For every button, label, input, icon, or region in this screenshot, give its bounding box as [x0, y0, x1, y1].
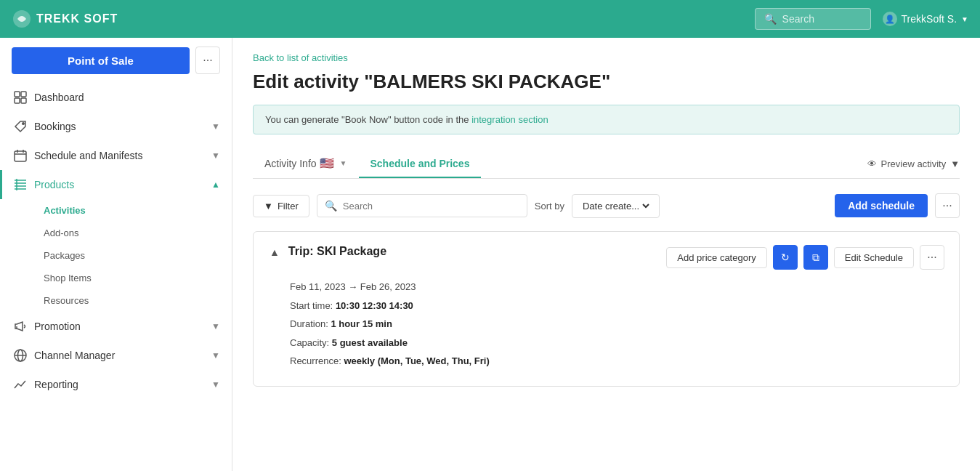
topnav: TREKK SOFT 🔍 👤 TrekkSoft S. ▼: [0, 0, 980, 38]
global-search[interactable]: 🔍: [755, 8, 871, 30]
schedule-prices-label: Schedule and Prices: [370, 158, 470, 169]
logo: TREKK SOFT: [12, 9, 118, 29]
main-layout: Point of Sale ··· Dashboard: [0, 38, 980, 471]
pos-more-button[interactable]: ···: [195, 47, 220, 74]
reporting-chevron-icon: ▼: [211, 379, 220, 390]
search-icon: 🔍: [325, 200, 337, 212]
sidebar-item-packages[interactable]: Packages: [32, 244, 232, 267]
sort-dropdown[interactable]: Date create...: [580, 200, 652, 212]
user-chevron-icon: ▼: [961, 15, 968, 23]
channel-label: Channel Manager: [34, 350, 204, 361]
tabs-bar: Activity Info 🇺🇸 ▼ Schedule and Prices 👁…: [253, 149, 960, 179]
tab-schedule-prices[interactable]: Schedule and Prices: [359, 150, 482, 178]
start-time-value: 10:30 12:30 14:30: [336, 300, 413, 311]
more-options-button[interactable]: ···: [935, 193, 960, 218]
refresh-button[interactable]: ↻: [773, 245, 798, 270]
tag-icon: [14, 120, 27, 133]
start-time-label: Start time:: [290, 300, 333, 311]
page-title: Edit activity "BALMERS SKI PACKAGE": [253, 71, 960, 93]
filter-icon: ▼: [264, 201, 273, 212]
preview-label: Preview activity: [881, 158, 947, 169]
filter-row: ▼ Filter 🔍 Sort by Date create... Add sc…: [253, 193, 960, 218]
main-content: Back to list of activities Edit activity…: [232, 38, 980, 471]
svg-point-5: [23, 123, 24, 124]
sort-label: Sort by: [535, 201, 564, 212]
products-chevron-icon: ▲: [211, 180, 220, 190]
dashboard-label: Dashboard: [34, 92, 220, 103]
megaphone-icon: [14, 320, 27, 333]
promotion-chevron-icon: ▼: [211, 321, 220, 331]
logo-icon: [12, 9, 32, 29]
tab-activity-info[interactable]: Activity Info 🇺🇸 ▼: [253, 149, 359, 179]
filter-label: Filter: [278, 201, 299, 212]
recurrence-value: weekly (Mon, Tue, Wed, Thu, Fri): [344, 355, 489, 366]
date-range-value: Feb 11, 2023 → Feb 26, 2023: [290, 281, 416, 292]
schedule-title: Trip: SKI Package: [288, 245, 660, 258]
search-input[interactable]: [782, 13, 862, 25]
svg-rect-6: [15, 151, 26, 161]
sidebar-item-channel[interactable]: Channel Manager ▼: [0, 341, 232, 370]
chart-icon: [14, 378, 27, 391]
svg-rect-2: [21, 92, 26, 97]
sidebar-item-activities[interactable]: Activities: [32, 199, 232, 222]
sidebar-item-addons[interactable]: Add-ons: [32, 222, 232, 244]
svg-rect-3: [15, 98, 20, 103]
grid-icon: [14, 91, 27, 104]
recurrence-row: Recurrence: weekly (Mon, Tue, Wed, Thu, …: [290, 354, 944, 369]
schedule-search-input[interactable]: [343, 201, 519, 212]
sort-select[interactable]: Date create...: [572, 194, 660, 218]
products-submenu: Activities Add-ons Packages Shop Items R…: [0, 199, 232, 312]
point-of-sale-button[interactable]: Point of Sale: [12, 47, 190, 74]
products-label: Products: [34, 179, 204, 190]
bookings-label: Bookings: [34, 121, 204, 132]
capacity-value: 5 guest available: [332, 337, 408, 348]
info-banner: You can generate "Book Now" button code …: [253, 105, 960, 134]
duplicate-button[interactable]: ⧉: [803, 245, 828, 270]
ellipsis-icon: ···: [203, 54, 212, 67]
flag-icon: 🇺🇸: [320, 156, 334, 170]
globe-icon: [14, 349, 27, 362]
schedule-more-icon: ···: [927, 251, 936, 264]
sidebar-item-shop-items[interactable]: Shop Items: [32, 267, 232, 289]
logo-text: TREKK SOFT: [36, 12, 118, 25]
eye-icon: 👁: [867, 158, 877, 169]
pos-area: Point of Sale ···: [12, 47, 220, 74]
breadcrumb[interactable]: Back to list of activities: [253, 52, 960, 63]
tabs-left: Activity Info 🇺🇸 ▼ Schedule and Prices: [253, 149, 481, 178]
sidebar-item-schedule[interactable]: Schedule and Manifests ▼: [0, 141, 232, 170]
svg-rect-1: [15, 92, 20, 97]
sidebar-item-dashboard[interactable]: Dashboard: [0, 83, 232, 112]
schedule-collapse-button[interactable]: ▲: [268, 245, 281, 259]
sidebar-item-resources[interactable]: Resources: [32, 289, 232, 312]
copy-icon: ⧉: [812, 251, 819, 264]
activity-info-chevron-icon: ▼: [340, 159, 347, 167]
filter-button[interactable]: ▼ Filter: [253, 195, 309, 217]
activity-info-label: Activity Info: [264, 158, 317, 169]
schedule-label: Schedule and Manifests: [34, 150, 204, 161]
user-menu[interactable]: 👤 TrekkSoft S. ▼: [883, 12, 968, 26]
schedule-more-options-button[interactable]: ···: [920, 245, 944, 270]
add-price-category-button[interactable]: Add price category: [666, 247, 766, 268]
sidebar-item-promotion[interactable]: Promotion ▼: [0, 312, 232, 341]
calendar-icon: [14, 149, 27, 162]
topnav-right: 🔍 👤 TrekkSoft S. ▼: [755, 8, 968, 30]
sidebar-item-products[interactable]: Products ▲: [0, 170, 232, 199]
recurrence-label: Recurrence:: [290, 355, 341, 366]
capacity-row: Capacity: 5 guest available: [290, 336, 944, 350]
duration-label: Duration:: [290, 318, 328, 329]
sidebar-item-bookings[interactable]: Bookings ▼: [0, 112, 232, 141]
search-icon: 🔍: [764, 13, 777, 25]
reporting-label: Reporting: [34, 379, 204, 390]
add-schedule-button[interactable]: Add schedule: [835, 194, 928, 217]
user-label: TrekkSoft S.: [902, 13, 957, 25]
integration-section-link[interactable]: integration section: [471, 114, 548, 125]
schedule-search[interactable]: 🔍: [317, 194, 527, 217]
duration-row: Duration: 1 hour 15 min: [290, 317, 944, 331]
sidebar-item-reporting[interactable]: Reporting ▼: [0, 370, 232, 399]
preview-chevron-icon: ▼: [950, 158, 960, 169]
channel-chevron-icon: ▼: [211, 350, 220, 361]
schedule-chevron-icon: ▼: [211, 150, 220, 161]
promotion-label: Promotion: [34, 321, 204, 332]
preview-activity-button[interactable]: 👁 Preview activity ▼: [867, 158, 960, 169]
edit-schedule-button[interactable]: Edit Schedule: [834, 247, 914, 268]
